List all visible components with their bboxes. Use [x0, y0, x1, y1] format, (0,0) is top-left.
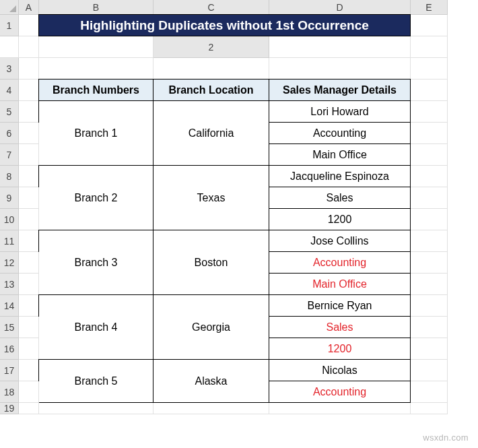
branch-location[interactable]: Boston — [153, 230, 269, 295]
cell[interactable] — [19, 79, 39, 101]
cell[interactable] — [411, 101, 448, 123]
row-header-7[interactable]: 7 — [0, 144, 19, 166]
row-header-3[interactable]: 3 — [0, 58, 19, 79]
row-header-9[interactable]: 9 — [0, 187, 19, 209]
cell[interactable] — [19, 15, 39, 36]
row-header-2[interactable]: 2 — [153, 36, 269, 58]
detail-cell-duplicate[interactable]: 1200 — [269, 338, 411, 360]
cell[interactable] — [39, 403, 153, 414]
cell[interactable] — [411, 36, 448, 58]
detail-cell[interactable]: Accounting — [269, 122, 411, 144]
header-sales-manager[interactable]: Sales Manager Details — [269, 79, 411, 101]
cell[interactable] — [411, 58, 448, 79]
cell[interactable] — [153, 403, 269, 414]
cell[interactable] — [411, 144, 448, 166]
cell[interactable] — [19, 381, 39, 403]
col-header-B[interactable]: B — [39, 0, 153, 15]
detail-cell[interactable]: Sales — [269, 187, 411, 209]
row-header-11[interactable]: 11 — [0, 230, 19, 252]
row-header-19[interactable]: 19 — [0, 403, 19, 414]
cell[interactable] — [19, 123, 39, 144]
cell[interactable] — [269, 403, 411, 414]
col-header-D[interactable]: D — [269, 0, 411, 15]
branch-number[interactable]: Branch 2 — [38, 165, 153, 230]
cell[interactable] — [411, 295, 448, 317]
table-title[interactable]: Highlighting Duplicates without 1st Occu… — [38, 14, 411, 36]
cell[interactable] — [19, 187, 39, 209]
cell[interactable] — [411, 123, 448, 144]
cell[interactable] — [19, 295, 39, 317]
branch-location[interactable]: Georgia — [153, 294, 269, 360]
row-header-13[interactable]: 13 — [0, 274, 19, 295]
branch-number[interactable]: Branch 4 — [38, 294, 153, 360]
cell[interactable] — [411, 209, 448, 230]
cell[interactable] — [19, 338, 39, 360]
cell[interactable] — [411, 187, 448, 209]
cell[interactable] — [411, 338, 448, 360]
cell[interactable] — [411, 166, 448, 187]
row-header-8[interactable]: 8 — [0, 166, 19, 187]
row-header-16[interactable]: 16 — [0, 338, 19, 360]
cell[interactable] — [19, 101, 39, 123]
row-header-1[interactable]: 1 — [0, 15, 19, 36]
detail-cell[interactable]: Nicolas — [269, 359, 411, 381]
cell[interactable] — [411, 381, 448, 403]
cell[interactable] — [411, 252, 448, 274]
cell[interactable] — [411, 230, 448, 252]
detail-cell-duplicate[interactable]: Sales — [269, 316, 411, 338]
branch-number[interactable]: Branch 3 — [38, 230, 153, 295]
cell[interactable] — [19, 230, 39, 252]
branch-location[interactable]: Texas — [153, 165, 269, 230]
cell[interactable] — [19, 166, 39, 187]
cell[interactable] — [411, 317, 448, 338]
col-header-E[interactable]: E — [411, 0, 448, 15]
cell[interactable] — [411, 15, 448, 36]
cell[interactable] — [39, 58, 153, 79]
detail-cell[interactable]: Bernice Ryan — [269, 294, 411, 317]
header-branch-numbers[interactable]: Branch Numbers — [38, 79, 153, 101]
detail-cell-duplicate[interactable]: Accounting — [269, 381, 411, 403]
row-header-6[interactable]: 6 — [0, 123, 19, 144]
cell[interactable] — [19, 274, 39, 295]
detail-cell-duplicate[interactable]: Accounting — [269, 251, 411, 274]
cell[interactable] — [411, 360, 448, 381]
branch-number[interactable]: Branch 1 — [38, 100, 153, 166]
detail-cell[interactable]: Main Office — [269, 143, 411, 166]
cell[interactable] — [411, 79, 448, 101]
cell[interactable] — [19, 58, 39, 79]
row-header-4[interactable]: 4 — [0, 79, 19, 101]
cell[interactable] — [19, 144, 39, 166]
row-header-5[interactable]: 5 — [0, 101, 19, 123]
cell[interactable] — [269, 58, 411, 79]
row-header-15[interactable]: 15 — [0, 317, 19, 338]
detail-cell[interactable]: 1200 — [269, 208, 411, 230]
cell[interactable] — [269, 36, 411, 58]
cell[interactable] — [19, 252, 39, 274]
col-header-C[interactable]: C — [153, 0, 269, 15]
branch-location[interactable]: California — [153, 100, 269, 166]
detail-cell[interactable]: Jacqueline Espinoza — [269, 165, 411, 187]
cell[interactable] — [153, 58, 269, 79]
cell[interactable] — [19, 36, 39, 58]
cell[interactable] — [19, 360, 39, 381]
detail-cell[interactable]: Lori Howard — [269, 100, 411, 123]
row-header-18[interactable]: 18 — [0, 381, 19, 403]
row-header-10[interactable]: 10 — [0, 209, 19, 230]
branch-location[interactable]: Alaska — [153, 359, 269, 403]
cell[interactable] — [19, 209, 39, 230]
row-header-12[interactable]: 12 — [0, 252, 19, 274]
branch-number[interactable]: Branch 5 — [38, 359, 153, 403]
cell[interactable] — [39, 36, 153, 58]
cell[interactable] — [411, 403, 448, 414]
detail-cell-duplicate[interactable]: Main Office — [269, 273, 411, 295]
cell[interactable] — [19, 317, 39, 338]
cell[interactable] — [0, 36, 19, 58]
header-branch-location[interactable]: Branch Location — [153, 79, 269, 101]
select-all-corner[interactable] — [0, 0, 19, 15]
row-header-14[interactable]: 14 — [0, 295, 19, 317]
detail-cell[interactable]: Jose Collins — [269, 230, 411, 252]
row-header-17[interactable]: 17 — [0, 360, 19, 381]
cell[interactable] — [19, 403, 39, 414]
col-header-A[interactable]: A — [19, 0, 39, 15]
cell[interactable] — [411, 274, 448, 295]
